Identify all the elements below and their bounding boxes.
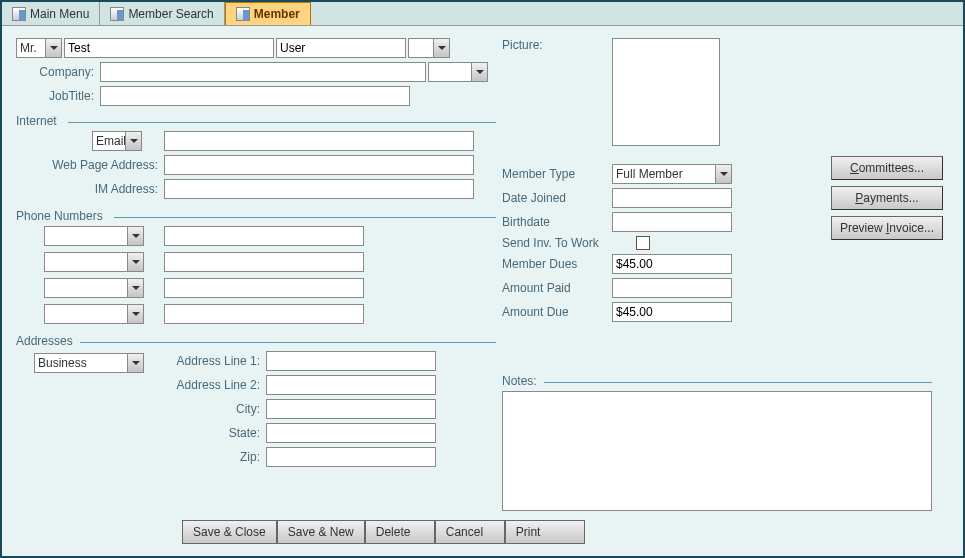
save-close-button[interactable]: Save & Close — [182, 520, 277, 544]
state-input[interactable] — [266, 423, 436, 443]
chevron-down-icon — [471, 63, 487, 81]
tab-label: Member Search — [128, 7, 213, 21]
birthdate-label: Birthdate — [502, 215, 612, 229]
chevron-down-icon — [125, 132, 141, 150]
webpage-input[interactable] — [164, 155, 474, 175]
chevron-down-icon — [127, 305, 143, 323]
sendinv-label: Send Inv. To Work — [502, 236, 636, 250]
chevron-down-icon — [45, 39, 61, 57]
company-input[interactable] — [100, 62, 426, 82]
im-input[interactable] — [164, 179, 474, 199]
phone3-input[interactable] — [164, 278, 364, 298]
chevron-down-icon — [127, 227, 143, 245]
memtype-label: Member Type — [502, 167, 612, 181]
phone1-input[interactable] — [164, 226, 364, 246]
jobtitle-input[interactable] — [100, 86, 410, 106]
save-new-button[interactable]: Save & New — [277, 520, 365, 544]
city-label: City: — [166, 402, 266, 416]
dues-input[interactable] — [612, 254, 732, 274]
chevron-down-icon — [127, 279, 143, 297]
company-combo[interactable] — [428, 62, 488, 82]
chevron-down-icon — [433, 39, 449, 57]
address-type-value: Business — [38, 356, 87, 370]
preview-invoice-button[interactable]: Preview Invoice... — [831, 216, 943, 240]
zip-input[interactable] — [266, 447, 436, 467]
first-name-input[interactable] — [64, 38, 274, 58]
picture-label: Picture: — [502, 38, 612, 52]
email-type-combo[interactable]: Email — [92, 131, 142, 151]
notes-section-label: Notes: — [502, 374, 541, 388]
print-button[interactable]: Print — [505, 520, 585, 544]
btn-text: ayments... — [863, 191, 918, 205]
phone1-type-combo[interactable] — [44, 226, 144, 246]
internet-section-label: Internet — [16, 114, 61, 128]
addr2-label: Address Line 2: — [166, 378, 266, 392]
committees-button[interactable]: Committees... — [831, 156, 943, 180]
form-body: Mr. Company: JobTitle: Internet — [2, 26, 963, 554]
title-combo[interactable]: Mr. — [16, 38, 62, 58]
sendinv-checkbox[interactable] — [636, 236, 650, 250]
email-type-value: Email — [96, 134, 126, 148]
paid-input[interactable] — [612, 278, 732, 298]
tab-member-search[interactable]: Member Search — [100, 2, 224, 25]
chevron-down-icon — [127, 253, 143, 271]
city-input[interactable] — [266, 399, 436, 419]
phone3-type-combo[interactable] — [44, 278, 144, 298]
title-value: Mr. — [20, 41, 37, 55]
phone4-type-combo[interactable] — [44, 304, 144, 324]
phone4-input[interactable] — [164, 304, 364, 324]
phone2-type-combo[interactable] — [44, 252, 144, 272]
form-icon — [236, 7, 250, 21]
im-label: IM Address: — [16, 182, 164, 196]
phones-section-label: Phone Numbers — [16, 209, 107, 223]
tab-main-menu[interactable]: Main Menu — [2, 2, 100, 25]
form-icon — [12, 7, 26, 21]
last-name-input[interactable] — [276, 38, 406, 58]
addresses-section-label: Addresses — [16, 334, 77, 348]
birthdate-input[interactable] — [612, 212, 732, 232]
due-input[interactable] — [612, 302, 732, 322]
suffix-combo[interactable] — [408, 38, 450, 58]
addr1-label: Address Line 1: — [166, 354, 266, 368]
tab-label: Member — [254, 7, 300, 21]
phone2-input[interactable] — [164, 252, 364, 272]
chevron-down-icon — [127, 354, 143, 372]
form-icon — [110, 7, 124, 21]
payments-button[interactable]: Payments... — [831, 186, 943, 210]
address-type-combo[interactable]: Business — [34, 353, 144, 373]
memtype-combo[interactable]: Full Member — [612, 164, 732, 184]
zip-label: Zip: — [166, 450, 266, 464]
email-input[interactable] — [164, 131, 474, 151]
chevron-down-icon — [715, 165, 731, 183]
jobtitle-label: JobTitle: — [16, 89, 100, 103]
delete-button[interactable]: Delete — [365, 520, 435, 544]
action-toolbar: Save & Close Save & New Delete Cancel Pr… — [182, 520, 585, 544]
cancel-button[interactable]: Cancel — [435, 520, 505, 544]
tab-member[interactable]: Member — [225, 2, 311, 25]
datejoined-label: Date Joined — [502, 191, 612, 205]
company-label: Company: — [16, 65, 100, 79]
memtype-value: Full Member — [616, 167, 683, 181]
webpage-label: Web Page Address: — [16, 158, 164, 172]
member-form-window: Main Menu Member Search Member Mr. Compa… — [0, 0, 965, 558]
datejoined-input[interactable] — [612, 188, 732, 208]
btn-text: ommittees... — [859, 161, 924, 175]
picture-box[interactable] — [612, 38, 720, 146]
notes-textarea[interactable] — [502, 391, 932, 511]
paid-label: Amount Paid — [502, 281, 612, 295]
addr1-input[interactable] — [266, 351, 436, 371]
tab-label: Main Menu — [30, 7, 89, 21]
tab-strip: Main Menu Member Search Member — [2, 2, 963, 26]
addr2-input[interactable] — [266, 375, 436, 395]
state-label: State: — [166, 426, 266, 440]
dues-label: Member Dues — [502, 257, 612, 271]
due-label: Amount Due — [502, 305, 612, 319]
